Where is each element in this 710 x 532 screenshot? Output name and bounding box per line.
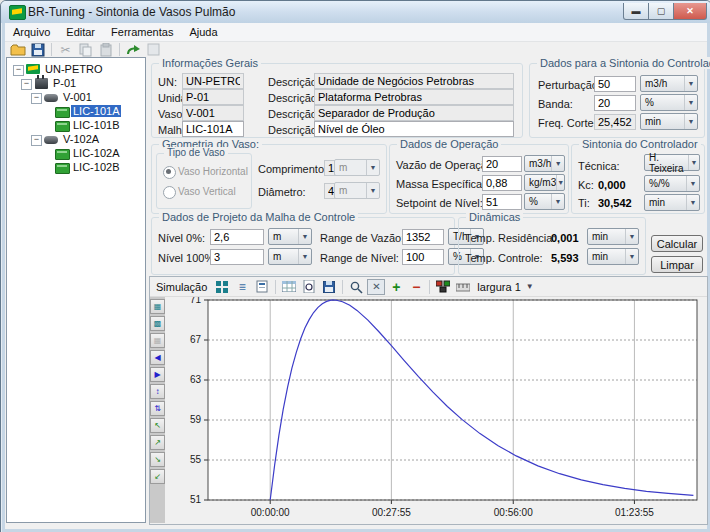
tree-item-v-001[interactable]: V-001 [61,91,94,104]
collapse-icon[interactable]: − [13,65,24,76]
save-icon[interactable] [29,42,46,57]
malha-desc-input[interactable] [314,121,514,137]
unidade-input [182,89,244,105]
redo-icon[interactable] [125,42,142,57]
vazao-input[interactable] [482,156,522,172]
no-zoom-icon[interactable]: ✕ [367,279,385,295]
setpoint-label: Setpoint de Nível: [396,197,483,209]
setpoint-unit-combo[interactable]: %▼ [524,193,565,210]
scroll-left-icon[interactable]: ◀ [150,350,165,365]
freq-corte-unit-combo[interactable]: min▼ [640,113,698,130]
pan-down-left-icon[interactable]: ↙ [150,469,165,484]
collapse-icon[interactable]: − [31,93,42,104]
tree-item-lic-101b[interactable]: LIC-101B [71,119,121,132]
axes-properties-icon[interactable] [454,279,472,295]
gallery-icon[interactable] [213,279,231,295]
kc-unit-combo[interactable]: %/%▼ [644,175,700,192]
legend-icon[interactable]: ≡ [233,279,251,295]
export-icon[interactable] [145,42,162,57]
tree-item-un-petro[interactable]: UN-PETRO [43,63,104,76]
chevron-down-icon: ▼ [625,249,638,264]
pan-down-right-icon[interactable]: ↘ [150,452,165,467]
data-editor-icon[interactable] [253,279,271,295]
menu-editar[interactable]: Editar [58,24,103,40]
maximize-icon: ▢ [657,6,666,16]
nivel100-input[interactable] [210,249,264,265]
collapse-icon[interactable]: − [31,135,42,146]
nivel0-input[interactable] [210,229,264,245]
toolbar-separator [275,280,276,294]
un-label: UN: [158,76,177,88]
tree-item-lic-102b[interactable]: LIC-102B [71,161,121,174]
line-width-combo[interactable]: largura 1 ▼ [474,281,536,293]
tree-item-lic-102a[interactable]: LIC-102A [71,147,121,160]
tree-item-v-102a[interactable]: V-102A [61,133,101,146]
collapse-icon[interactable]: − [21,79,32,90]
minimize-button[interactable]: ▬ [623,3,649,20]
temp-residencia-unit-combo[interactable]: min▼ [587,228,639,245]
tree-item-p-01[interactable]: P-01 [51,77,78,90]
cut-icon[interactable]: ✂ [57,42,74,57]
loop-icon [55,149,70,160]
banda-unit-combo[interactable]: %▼ [640,94,698,111]
group-title: Dados de Operação [397,138,501,150]
temp-residencia-value: 0,001 [551,232,579,244]
save-chart-icon[interactable] [320,279,338,295]
paste-icon[interactable] [97,42,114,57]
massa-input[interactable] [482,175,522,191]
freq-corte-label: Freq. Corte: [538,117,597,129]
limpar-button[interactable]: Limpar [651,256,703,273]
menu-arquivo[interactable]: Arquivo [5,24,58,40]
calcular-button[interactable]: Calcular [651,235,703,252]
print-preview-icon[interactable] [300,279,318,295]
chart-properties-icon[interactable] [434,279,452,295]
perturbacao-input[interactable] [594,76,636,92]
tecnica-combo[interactable]: H. Teixeira▼ [644,154,700,171]
radio-vaso-horizontal [163,166,176,179]
tree-item-lic-101a[interactable]: LIC-101A [71,105,121,118]
setpoint-input[interactable] [482,194,522,210]
svg-text:59: 59 [190,414,202,425]
copy-icon[interactable] [77,42,94,57]
palette-icon[interactable]: ▩ [150,316,165,331]
massa-unit-combo[interactable]: kg/m3▼ [524,174,565,191]
vaso-input [182,105,244,121]
range-vazao-input[interactable] [402,229,444,245]
radio-label: Vaso Horizontal [178,166,248,177]
temp-controle-unit-combo[interactable]: min▼ [587,248,639,265]
ti-unit-combo[interactable]: min▼ [644,194,700,211]
scale-vertical-icon[interactable]: ↕ [150,384,165,399]
scale-fit-icon[interactable]: ⇅ [150,401,165,416]
data-grid-icon[interactable] [280,279,298,295]
chevron-down-icon: ▼ [551,194,564,209]
malha-input[interactable] [182,121,244,137]
maximize-button[interactable]: ▢ [649,3,674,20]
vazao-unit-combo[interactable]: m3/h▼ [524,155,565,172]
pan-up-left-icon[interactable]: ↖ [150,418,165,433]
perturbacao-unit-combo[interactable]: m3/h▼ [640,75,698,92]
pan-up-right-icon[interactable]: ↗ [150,435,165,450]
group-title: Informações Gerais [159,57,261,69]
toolbar-separator [51,43,52,56]
banda-label: Banda: [538,98,573,110]
title-bar[interactable]: BR-Tuning - Sintonia de Vasos Pulmão ▬ ▢… [1,1,710,23]
desc-label: Descrição: [268,108,320,120]
comprimento-label: Comprimento: [258,163,327,175]
menu-ajuda[interactable]: Ajuda [181,24,225,40]
chevron-down-icon: ▼ [684,76,697,91]
scroll-right-icon[interactable]: ▶ [150,367,165,382]
grid-toggle-icon[interactable]: ▦ [150,333,165,348]
range-nivel-input[interactable] [402,249,444,265]
zoom-out-icon[interactable]: − [407,279,425,295]
chevron-down-icon: ▼ [366,160,379,175]
gallery-small-icon[interactable]: ▦ [150,299,165,314]
menu-ferramentas[interactable]: Ferramentas [103,24,181,40]
nivel0-unit-combo[interactable]: m▼ [268,228,312,245]
zoom-icon[interactable] [347,279,365,295]
simulation-chart[interactable]: 00:00:0000:27:5500:56:0001:23:5551555963… [165,297,705,522]
close-button[interactable]: ✕ [674,3,707,20]
zoom-in-icon[interactable]: + [387,279,405,295]
nivel100-unit-combo[interactable]: m▼ [268,248,312,265]
open-icon[interactable] [9,42,26,57]
banda-input[interactable] [594,95,636,111]
